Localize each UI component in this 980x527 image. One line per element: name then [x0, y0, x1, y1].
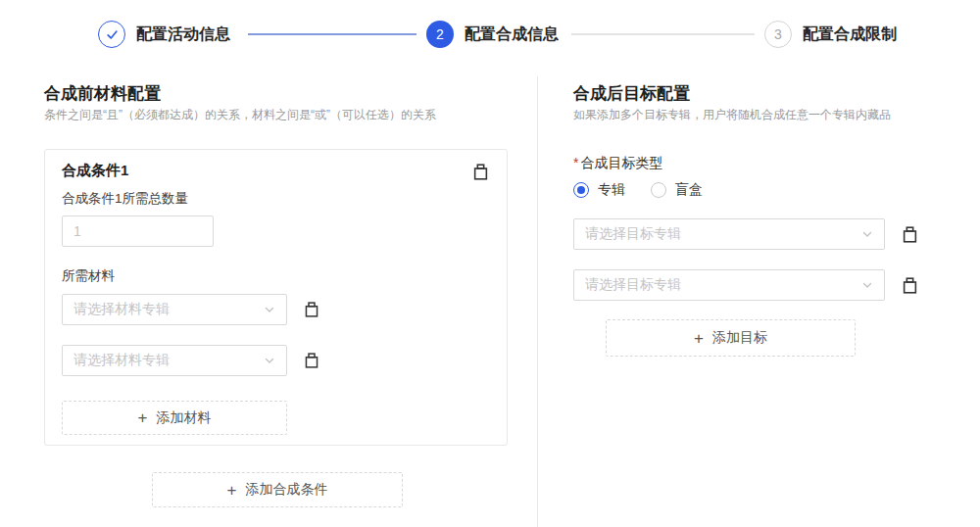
delete-condition-button[interactable] [471, 163, 490, 181]
radio-unselected-icon [651, 182, 666, 198]
material-select-1-placeholder: 请选择材料专辑 [74, 301, 264, 318]
add-material-button[interactable]: + 添加材料 [62, 401, 287, 435]
right-panel-title: 合成后目标配置 [573, 82, 690, 105]
step-1-label: 配置活动信息 [136, 24, 230, 45]
right-panel-subtitle: 如果添加多个目标专辑，用户将随机合成任意一个专辑内藏品 [573, 107, 891, 123]
step-connector-1 [248, 33, 416, 35]
add-material-label: 添加材料 [156, 409, 211, 427]
step-1-circle [98, 21, 125, 48]
condition-card-title: 合成条件1 [62, 162, 128, 180]
check-icon [105, 27, 120, 42]
add-target-label: 添加目标 [712, 329, 767, 347]
left-panel-subtitle: 条件之间是“且”（必须都达成）的关系，材料之间是“或”（可以任选）的关系 [44, 107, 436, 123]
material-select-2-placeholder: 请选择材料专辑 [74, 352, 264, 369]
delete-material-2-button[interactable] [303, 352, 320, 369]
target-select-1-placeholder: 请选择目标专辑 [585, 225, 861, 243]
radio-selected-icon [573, 182, 589, 198]
target-type-label: *合成目标类型 [573, 155, 662, 172]
step-2-circle: 2 [426, 21, 454, 48]
add-condition-label: 添加合成条件 [245, 481, 327, 499]
chevron-down-icon [264, 304, 275, 315]
delete-material-1-button[interactable] [303, 301, 320, 318]
step-3-circle: 3 [764, 21, 792, 48]
plus-icon: + [227, 482, 237, 499]
radio-album-label: 专辑 [598, 181, 625, 199]
delete-target-1-button[interactable] [901, 225, 919, 244]
step-2-label: 配置合成信息 [465, 24, 559, 45]
target-select-2[interactable]: 请选择目标专辑 [573, 269, 885, 301]
step-configure-limit[interactable]: 3 配置合成限制 [764, 21, 897, 48]
materials-label: 所需材料 [62, 267, 115, 285]
target-type-radio-group: 专辑 盲盒 [573, 181, 703, 199]
synthesis-config-page: 配置活动信息 2 配置合成信息 3 配置合成限制 合成前材料配置 条件之间是“且… [0, 0, 980, 527]
material-select-2[interactable]: 请选择材料专辑 [62, 345, 287, 376]
radio-option-blindbox[interactable]: 盲盒 [651, 181, 703, 199]
chevron-down-icon [264, 355, 275, 366]
chevron-down-icon [861, 279, 873, 291]
delete-target-2-button[interactable] [901, 276, 919, 295]
target-select-2-placeholder: 请选择目标专辑 [585, 276, 861, 294]
add-condition-button[interactable]: + 添加合成条件 [152, 472, 403, 507]
required-asterisk: * [573, 155, 578, 170]
add-target-button[interactable]: + 添加目标 [606, 319, 856, 357]
panel-divider [537, 76, 538, 527]
trash-icon [901, 276, 919, 295]
trash-icon [303, 352, 320, 369]
radio-option-album[interactable]: 专辑 [573, 181, 625, 199]
step-configure-synthesis[interactable]: 2 配置合成信息 [426, 21, 559, 48]
chevron-down-icon [861, 228, 873, 240]
radio-blindbox-label: 盲盒 [675, 181, 703, 199]
quantity-label: 合成条件1所需总数量 [62, 190, 188, 208]
trash-icon [471, 163, 490, 181]
condition-card-1: 合成条件1 合成条件1所需总数量 所需材料 请选择材料专辑 请选择材料专辑 [44, 149, 508, 446]
step-connector-2 [571, 33, 755, 35]
plus-icon: + [138, 409, 148, 426]
trash-icon [901, 225, 919, 244]
step-3-label: 配置合成限制 [803, 24, 897, 45]
step-configure-activity[interactable]: 配置活动信息 [98, 21, 230, 48]
quantity-input[interactable] [62, 216, 214, 247]
left-panel-title: 合成前材料配置 [44, 82, 161, 105]
material-select-1[interactable]: 请选择材料专辑 [62, 294, 287, 325]
plus-icon: + [694, 330, 704, 347]
trash-icon [303, 301, 320, 318]
target-select-1[interactable]: 请选择目标专辑 [573, 218, 885, 250]
